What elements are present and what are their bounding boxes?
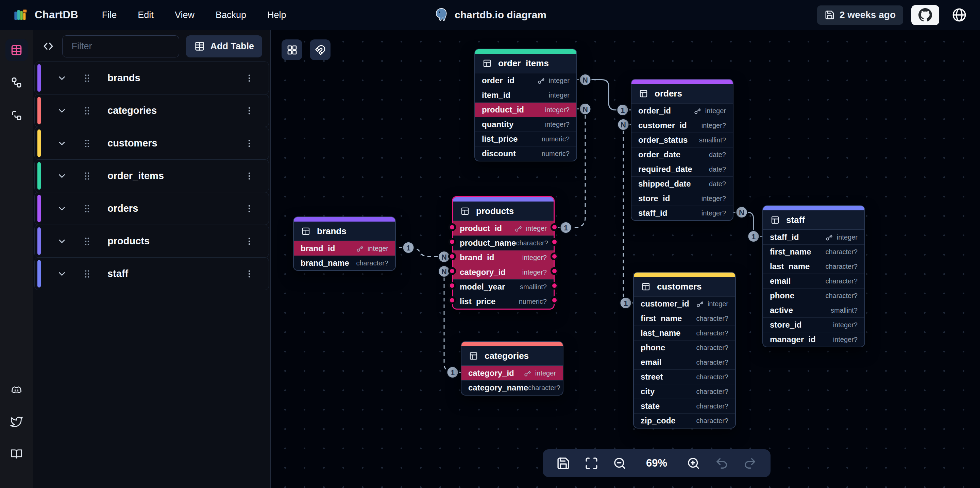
undo-button[interactable] (715, 456, 729, 471)
menu-backup[interactable]: Backup (214, 8, 248, 22)
table-list-item-orders[interactable]: orders (34, 192, 269, 225)
table-header[interactable]: staff (763, 210, 864, 230)
column-row-product_name[interactable]: product_namecharacter? (453, 236, 554, 250)
save-diagram-button[interactable] (556, 456, 570, 471)
column-row-street[interactable]: streetcharacter? (634, 369, 735, 384)
connection-handle[interactable] (550, 223, 558, 231)
table-list-item-customers[interactable]: customers (34, 127, 269, 160)
column-row-email[interactable]: emailcharacter? (634, 355, 735, 369)
connection-handle[interactable] (550, 267, 558, 275)
diagram-table-brands[interactable]: brandsbrand_idintegerbrand_namecharacter… (293, 217, 396, 271)
fit-view-button[interactable] (584, 456, 598, 471)
diagram-table-order_items[interactable]: order_itemsorder_idintegeritem_idinteger… (474, 49, 577, 162)
diagram-table-customers[interactable]: customerscustomer_idintegerfirst_namecha… (633, 272, 736, 429)
diagram-canvas[interactable]: N1N1N1N1N1N1 order_itemsorder_idintegeri… (270, 30, 980, 488)
connection-handle[interactable] (448, 267, 456, 275)
drag-handle-icon[interactable] (82, 105, 92, 117)
column-row-phone[interactable]: phonecharacter? (634, 340, 735, 355)
connection-handle[interactable] (550, 238, 558, 246)
menu-edit[interactable]: Edit (136, 8, 155, 22)
column-row-city[interactable]: citycharacter? (634, 384, 735, 399)
column-row-brand_id[interactable]: brand_idinteger (294, 241, 395, 255)
chevron-down-icon[interactable] (56, 236, 67, 247)
column-row-category_id[interactable]: category_idinteger (461, 366, 563, 380)
language-globe-button[interactable] (947, 3, 971, 27)
diagram-table-staff[interactable]: staffstaff_idintegerfirst_namecharacter?… (762, 205, 865, 347)
column-row-order_id[interactable]: order_idinteger (632, 103, 733, 118)
column-row-category_name[interactable]: category_namecharacter? (461, 380, 563, 395)
column-row-store_id[interactable]: store_idinteger? (763, 317, 864, 332)
column-row-product_id[interactable]: product_idinteger (453, 221, 554, 236)
drag-handle-icon[interactable] (82, 137, 92, 149)
drag-handle-icon[interactable] (82, 235, 92, 247)
table-list-item-brands[interactable]: brands (34, 62, 269, 95)
menu-help[interactable]: Help (266, 8, 288, 22)
filter-input[interactable] (62, 35, 179, 57)
column-row-store_id[interactable]: store_idinteger? (632, 191, 733, 206)
column-row-phone[interactable]: phonecharacter? (763, 288, 864, 303)
column-row-active[interactable]: activesmallint? (763, 303, 864, 317)
chevron-down-icon[interactable] (56, 138, 67, 149)
column-row-staff_id[interactable]: staff_idinteger? (632, 206, 733, 220)
table-menu-icon[interactable] (244, 236, 255, 247)
menu-view[interactable]: View (173, 8, 196, 22)
connection-handle[interactable] (448, 252, 456, 260)
column-row-model_year[interactable]: model_yearsmallint? (453, 279, 554, 294)
connection-handle[interactable] (550, 252, 558, 260)
column-row-category_id[interactable]: category_idinteger? (453, 265, 554, 279)
column-row-order_status[interactable]: order_statussmallint? (632, 133, 733, 147)
chevron-down-icon[interactable] (56, 203, 67, 214)
chevron-down-icon[interactable] (56, 105, 67, 116)
connection-handle[interactable] (550, 296, 558, 304)
github-button[interactable] (911, 5, 939, 25)
table-list-item-staff[interactable]: staff (34, 257, 269, 290)
drag-handle-icon[interactable] (82, 268, 92, 280)
tables-tool-button[interactable] (5, 39, 28, 61)
column-row-required_date[interactable]: required_datedate? (632, 162, 733, 176)
column-row-quantity[interactable]: quantityinteger? (475, 117, 576, 132)
column-row-last_name[interactable]: last_namecharacter? (763, 259, 864, 274)
redo-button[interactable] (743, 456, 757, 471)
zoom-out-button[interactable] (613, 456, 627, 471)
column-row-manager_id[interactable]: manager_idinteger? (763, 332, 864, 347)
drag-handle-icon[interactable] (82, 203, 92, 215)
column-row-brand_name[interactable]: brand_namecharacter? (294, 255, 395, 270)
table-header[interactable]: brands (294, 222, 395, 241)
collapse-panel-button[interactable] (42, 39, 56, 54)
show-all-tables-button[interactable] (282, 40, 302, 60)
table-menu-icon[interactable] (244, 138, 255, 149)
column-row-zip_code[interactable]: zip_codecharacter? (634, 413, 735, 428)
last-saved-button[interactable]: 2 weeks ago (817, 5, 903, 25)
chevron-down-icon[interactable] (56, 268, 67, 279)
table-menu-icon[interactable] (244, 170, 255, 182)
column-row-state[interactable]: statecharacter? (634, 399, 735, 413)
column-row-staff_id[interactable]: staff_idinteger (763, 230, 864, 244)
column-row-first_name[interactable]: first_namecharacter? (763, 244, 864, 259)
add-table-button[interactable]: Add Table (186, 35, 262, 57)
connection-handle[interactable] (448, 282, 456, 290)
table-header[interactable]: order_items (475, 54, 576, 73)
connection-handle[interactable] (448, 296, 456, 304)
table-header[interactable]: orders (632, 84, 733, 103)
zoom-in-button[interactable] (687, 456, 700, 471)
table-header[interactable]: customers (634, 277, 735, 296)
menu-file[interactable]: File (101, 8, 118, 22)
diagram-table-products[interactable]: productsproduct_idintegerproduct_namecha… (452, 196, 555, 310)
connection-handle[interactable] (448, 238, 456, 246)
column-row-order_date[interactable]: order_datedate? (632, 147, 733, 162)
column-row-discount[interactable]: discountnumeric? (475, 146, 576, 161)
column-row-item_id[interactable]: item_idinteger (475, 88, 576, 102)
chevron-down-icon[interactable] (56, 73, 67, 84)
table-header[interactable]: categories (461, 346, 563, 366)
relationships-tool-button[interactable] (5, 71, 28, 94)
zoom-level[interactable]: 69% (641, 457, 672, 469)
column-row-brand_id[interactable]: brand_idinteger? (453, 250, 554, 265)
column-row-product_id[interactable]: product_idinteger? (475, 102, 576, 117)
column-row-list_price[interactable]: list_pricenumeric? (453, 294, 554, 309)
column-row-list_price[interactable]: list_pricenumeric? (475, 132, 576, 146)
table-menu-icon[interactable] (244, 268, 255, 280)
diagram-title-group[interactable]: chartdb.io diagram (434, 7, 546, 23)
twitter-button[interactable] (5, 410, 28, 433)
drag-handle-icon[interactable] (82, 170, 92, 182)
drag-handle-icon[interactable] (82, 72, 92, 84)
